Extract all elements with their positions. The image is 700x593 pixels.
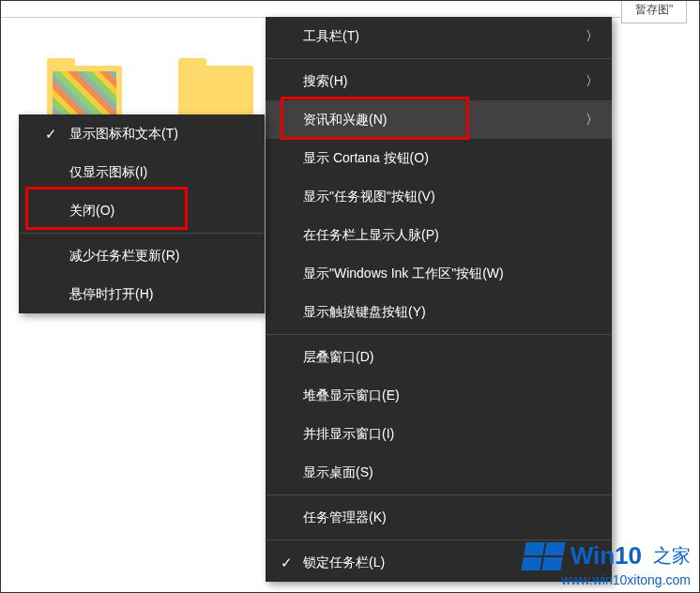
menu-item-label: 显示桌面(S) bbox=[303, 464, 373, 481]
menu-item-label: 显示"任务视图"按钮(V) bbox=[303, 189, 435, 205]
menu-separator bbox=[20, 233, 264, 234]
submenu-item-icon-only[interactable]: 仅显示图标(I) bbox=[19, 153, 265, 191]
menu-separator bbox=[266, 334, 611, 335]
menu-item-stack[interactable]: 堆叠显示窗口(E) bbox=[266, 376, 612, 415]
menu-item-label: 搜索(H) bbox=[303, 73, 347, 90]
menu-item-label: 显示 Cortana 按钮(O) bbox=[303, 150, 429, 167]
taskbar-context-menu: 工具栏(T) 〉 搜索(H) 〉 资讯和兴趣(N) 〉 显示 Cortana 按… bbox=[266, 17, 612, 582]
menu-separator bbox=[266, 540, 611, 540]
chevron-right-icon: 〉 bbox=[586, 28, 599, 45]
submenu-item-close[interactable]: 关闭(O) bbox=[19, 191, 265, 230]
chevron-right-icon: 〉 bbox=[586, 112, 599, 129]
watermark: Win10 之家 www.win10xitong.com bbox=[524, 541, 691, 587]
menu-item-cortana[interactable]: 显示 Cortana 按钮(O) bbox=[266, 139, 612, 177]
menu-item-ink[interactable]: 显示"Windows Ink 工作区"按钮(W) bbox=[266, 254, 612, 293]
menu-item-touchkb[interactable]: 显示触摸键盘按钮(Y) bbox=[266, 293, 612, 331]
menu-item-label: 显示"Windows Ink 工作区"按钮(W) bbox=[303, 266, 504, 282]
windows-logo-icon bbox=[521, 542, 565, 570]
watermark-suffix: 之家 bbox=[653, 543, 691, 569]
watermark-brand: Win10 bbox=[571, 541, 642, 570]
menu-item-label: 减少任务栏更新(R) bbox=[69, 248, 179, 265]
menu-separator bbox=[266, 58, 611, 59]
menu-item-cascade[interactable]: 层叠窗口(D) bbox=[266, 338, 612, 376]
submenu-item-reduce-updates[interactable]: 减少任务栏更新(R) bbox=[19, 236, 265, 275]
menu-item-label: 在任务栏上显示人脉(P) bbox=[303, 227, 439, 244]
menu-item-taskmgr[interactable]: 任务管理器(K) bbox=[266, 498, 612, 537]
menu-item-news-interests[interactable]: 资讯和兴趣(N) 〉 bbox=[266, 100, 612, 139]
news-interests-submenu: ✓ 显示图标和文本(T) 仅显示图标(I) 关闭(O) 减少任务栏更新(R) 悬… bbox=[19, 114, 265, 313]
menu-item-label: 堆叠显示窗口(E) bbox=[303, 388, 400, 404]
menu-item-taskview[interactable]: 显示"任务视图"按钮(V) bbox=[266, 177, 612, 216]
menu-item-people[interactable]: 在任务栏上显示人脉(P) bbox=[266, 216, 612, 254]
menu-item-label: 层叠窗口(D) bbox=[303, 349, 373, 366]
menu-item-showdesktop[interactable]: 显示桌面(S) bbox=[266, 453, 612, 492]
menu-item-label: 锁定任务栏(L) bbox=[303, 555, 385, 571]
menu-separator bbox=[266, 494, 611, 495]
menu-item-sidebyside[interactable]: 并排显示窗口(I) bbox=[266, 415, 612, 453]
submenu-item-icon-text[interactable]: ✓ 显示图标和文本(T) bbox=[19, 114, 265, 153]
watermark-url: www.win10xitong.com bbox=[524, 572, 691, 587]
menu-item-label: 显示触摸键盘按钮(Y) bbox=[303, 304, 426, 321]
check-icon: ✓ bbox=[45, 126, 57, 143]
check-icon: ✓ bbox=[281, 555, 293, 571]
menu-item-label: 任务管理器(K) bbox=[303, 509, 387, 526]
menu-item-label: 显示图标和文本(T) bbox=[69, 126, 178, 143]
top-tab-label: 暂存图" bbox=[621, 0, 687, 23]
menu-item-search[interactable]: 搜索(H) 〉 bbox=[266, 62, 612, 100]
menu-item-label: 仅显示图标(I) bbox=[69, 164, 147, 181]
menu-item-label: 关闭(O) bbox=[69, 203, 114, 220]
menu-item-toolbar[interactable]: 工具栏(T) 〉 bbox=[266, 17, 612, 55]
menu-item-label: 并排显示窗口(I) bbox=[303, 426, 394, 443]
menu-item-label: 工具栏(T) bbox=[303, 28, 359, 45]
submenu-item-open-on-hover[interactable]: 悬停时打开(H) bbox=[19, 275, 265, 313]
chevron-right-icon: 〉 bbox=[586, 73, 599, 90]
window-top-strip bbox=[0, 0, 625, 18]
menu-item-label: 资讯和兴趣(N) bbox=[303, 112, 387, 129]
menu-item-label: 悬停时打开(H) bbox=[69, 286, 153, 303]
